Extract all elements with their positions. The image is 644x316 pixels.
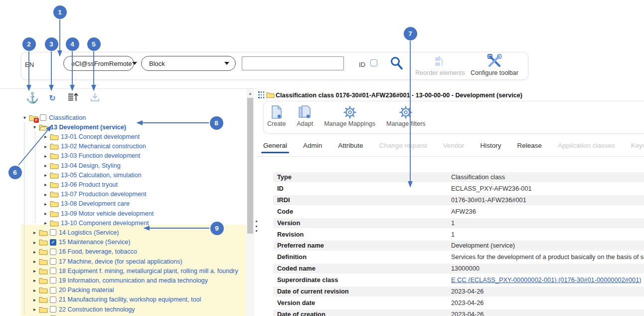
tree-item-label[interactable]: 15 Maintenance (Service)	[59, 239, 131, 246]
expand-icon[interactable]: ▸	[32, 288, 37, 293]
tree-item-label[interactable]: 13-09 Motor vehicle development	[61, 210, 154, 217]
tree-item[interactable]: ▸13-07 Production development	[21, 190, 246, 199]
tree-item-checkbox[interactable]	[50, 297, 56, 303]
tree-item-checkbox[interactable]	[50, 258, 56, 265]
expand-icon[interactable]: ▸	[43, 134, 48, 139]
tree-item[interactable]: ▸✓15 Maintenance (Service)	[21, 238, 246, 247]
expand-icon[interactable]: ▸	[32, 249, 37, 255]
refresh-button[interactable]: ↻	[47, 91, 58, 104]
folder-icon	[50, 143, 59, 150]
collapse-icon[interactable]: ▾	[32, 124, 37, 130]
collapse-icon[interactable]: ▾	[22, 115, 27, 120]
tree-item[interactable]: ▸13-05 Calculation, simulation	[21, 170, 246, 180]
tree-item-label[interactable]: 13-10 Component development	[61, 220, 149, 227]
tab-attribute[interactable]: Attribute	[338, 142, 363, 153]
tree-item-label[interactable]: 13-01 Concept development	[61, 133, 140, 140]
tree-item-checkbox[interactable]: ✓	[50, 239, 56, 246]
tree-item-label[interactable]: 21 Manufacturing facility, workshop equi…	[59, 296, 201, 303]
tree-item[interactable]: ▸17 Machine, device (for special applica…	[21, 257, 246, 266]
expand-icon[interactable]: ▸	[43, 192, 48, 197]
tree-item[interactable]: ▸13-06 Product tryout	[21, 180, 246, 189]
expand-icon[interactable]: ▸	[43, 153, 48, 159]
sort-elements-button[interactable]	[67, 91, 80, 104]
tree-item-label[interactable]: 13-06 Product tryout	[61, 181, 118, 188]
tree-item-label[interactable]: 16 Food, beverage, tobacco	[59, 248, 137, 255]
type-dropdown[interactable]: Block	[141, 56, 236, 71]
tree-item-label[interactable]: 14 Logistics (Service)	[59, 229, 119, 236]
expand-icon[interactable]: ▸	[43, 163, 48, 168]
expand-icon[interactable]: ▸	[32, 307, 37, 312]
expand-icon[interactable]: ▸	[32, 240, 37, 245]
id-checkbox[interactable]	[370, 59, 377, 66]
expand-icon[interactable]: ▸	[43, 172, 48, 178]
tree-item-label[interactable]: 18 Equipment f. mining, metallurgical pl…	[59, 268, 238, 275]
tree-item-checkbox[interactable]	[50, 249, 56, 255]
callout-badge-3: 3	[45, 37, 58, 51]
tree-item[interactable]: ▸13-02 Mechanical construction	[21, 142, 246, 151]
tree-item-label[interactable]: 13-03 Function development	[61, 152, 141, 159]
repository-dropdown[interactable]: eCl@ssFromRemote	[63, 56, 134, 71]
panel-drag-handle-icon[interactable]	[258, 91, 264, 99]
field-label: Date of creation	[277, 310, 325, 316]
scrollbar-up-button[interactable]: ▲	[246, 90, 254, 97]
search-input[interactable]	[242, 56, 344, 70]
adapt-button[interactable]: Adapt	[297, 103, 314, 127]
expand-icon[interactable]: ▸	[43, 182, 48, 187]
tree-item-label[interactable]: 13-07 Production development	[61, 191, 147, 198]
tree-item[interactable]: ▸13-01 Concept development	[21, 132, 246, 141]
tree-item[interactable]: ▸18 Equipment f. mining, metallurgical p…	[21, 266, 246, 276]
tree-item-checkbox[interactable]	[50, 229, 56, 236]
panel-splitter-handle[interactable]	[254, 220, 259, 233]
tree-item[interactable]: ▸20 Packing material	[21, 286, 246, 295]
tree-item-label[interactable]: 13-04 Design, Styling	[61, 162, 121, 169]
field-value: AFW236	[451, 207, 644, 217]
tree-item-checkbox[interactable]	[50, 268, 56, 274]
tab-application-classes: Application classes	[558, 142, 615, 153]
tree-item[interactable]: ▸23 Machine element, fixing, mounting	[21, 314, 246, 316]
tree-item-label[interactable]: 17 Machine, device (for special applicat…	[59, 258, 182, 265]
tree-item[interactable]: ▸22 Construction technology	[21, 305, 246, 314]
scrollbar-thumb[interactable]	[247, 98, 253, 234]
tree-item[interactable]: ▸13-04 Design, Styling	[21, 161, 246, 170]
tab-general[interactable]: General	[263, 142, 287, 153]
tab-admin[interactable]: Admin	[303, 142, 322, 153]
tree-item[interactable]: ▸21 Manufacturing facility, workshop equ…	[21, 295, 246, 305]
tree-item-checkbox[interactable]	[50, 277, 56, 284]
expand-icon[interactable]: ▸	[32, 268, 37, 274]
tree-item[interactable]: ▸16 Food, beverage, tobacco	[21, 247, 246, 257]
tree-item-checkbox[interactable]	[50, 287, 56, 294]
expand-icon[interactable]: ▸	[43, 220, 48, 226]
tree-item-label[interactable]: 13-08 Development care	[61, 200, 130, 207]
tree-item[interactable]: ▸13-08 Development care	[21, 199, 246, 209]
create-button[interactable]: Create	[267, 103, 286, 127]
tree-item-label[interactable]: 19 Information, communication and media …	[59, 277, 208, 284]
tree-item-label[interactable]: 13-02 Mechanical construction	[61, 143, 146, 150]
tree-item-label[interactable]: 13-05 Calculation, simulation	[61, 172, 142, 179]
expand-icon[interactable]: ▸	[43, 201, 48, 207]
expand-icon[interactable]: ▸	[32, 297, 37, 303]
tree-item-checkbox[interactable]	[50, 306, 56, 313]
manage-filters-button[interactable]: Manage filters	[386, 103, 426, 127]
callout-badge-2: 2	[22, 37, 36, 51]
expand-icon[interactable]: ▸	[43, 144, 48, 149]
tree-item-label[interactable]: 20 Packing material	[59, 287, 114, 294]
configure-toolbar-button[interactable]: Configure toolbar	[467, 52, 522, 79]
expand-icon[interactable]: ▸	[43, 211, 48, 216]
tree-item-label[interactable]: 22 Construction technology	[59, 306, 135, 313]
anchor-button[interactable]: ⚓	[26, 91, 39, 104]
field-value-link[interactable]: E CC (ECLASS_PXY-00000002-001) (0176-30#…	[451, 275, 644, 285]
expand-icon[interactable]: ▸	[32, 230, 37, 235]
tree-item[interactable]: ▸13-09 Motor vehicle development	[21, 209, 246, 218]
tree-item[interactable]: ▸19 Information, communication and media…	[21, 276, 246, 285]
tree-item[interactable]: ▸13-03 Function development	[21, 151, 246, 161]
tree-item-label[interactable]: 13 Development (service)	[50, 124, 126, 131]
tree-item-checkbox[interactable]	[40, 114, 46, 121]
expand-icon[interactable]: ▸	[32, 259, 37, 264]
manage-mappings-button[interactable]: Manage Mappings	[324, 103, 375, 127]
tab-history[interactable]: History	[480, 142, 501, 153]
tree-item-label[interactable]: Classification	[49, 114, 86, 121]
expand-icon[interactable]: ▸	[32, 278, 37, 283]
search-button[interactable]	[389, 55, 404, 73]
tab-release[interactable]: Release	[517, 142, 542, 153]
language-selector[interactable]: EN	[25, 61, 34, 68]
